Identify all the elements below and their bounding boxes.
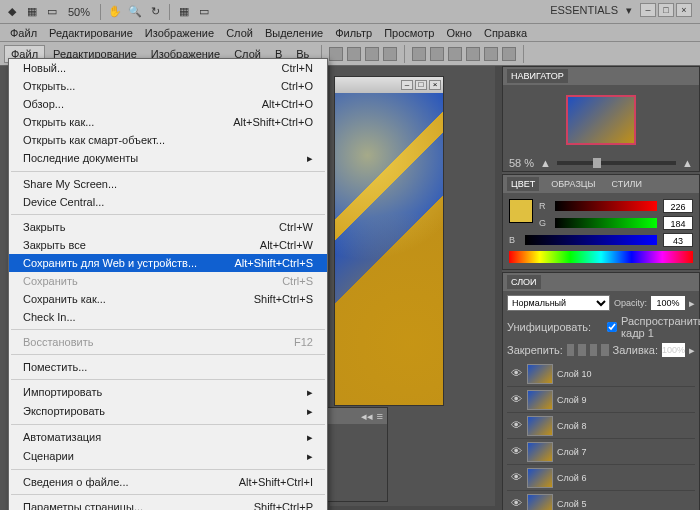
menu-item[interactable]: Сведения о файле...Alt+Shift+Ctrl+I xyxy=(9,473,327,491)
visibility-icon[interactable]: 👁 xyxy=(509,471,523,485)
lock-transparency-icon[interactable] xyxy=(567,344,574,356)
visibility-icon[interactable]: 👁 xyxy=(509,367,523,381)
menu-item[interactable]: Открыть как смарт-объект... xyxy=(9,131,327,149)
chevron-right-icon[interactable]: ▸ xyxy=(689,344,695,357)
document-window[interactable]: – □ × xyxy=(334,76,444,406)
g-slider[interactable] xyxy=(555,218,657,228)
layer-row[interactable]: 👁Слой 5 xyxy=(507,491,695,510)
zoom-in-icon[interactable]: ▲ xyxy=(682,157,693,169)
fill-value[interactable]: 100% xyxy=(662,343,685,357)
menu-item[interactable]: Закрыть всеAlt+Ctrl+W xyxy=(9,236,327,254)
menu-item[interactable]: Share My Screen... xyxy=(9,175,327,193)
menubar: ФайлРедактированиеИзображениеСлойВыделен… xyxy=(0,24,700,42)
b-value[interactable]: 43 xyxy=(663,233,693,247)
layer-thumbnail[interactable] xyxy=(527,416,553,436)
visibility-icon[interactable]: 👁 xyxy=(509,497,523,511)
tab-navigator[interactable]: НАВИГАТОР xyxy=(507,69,568,83)
chevron-right-icon[interactable]: ▸ xyxy=(689,297,695,310)
menu-item[interactable]: Открыть как...Alt+Shift+Ctrl+O xyxy=(9,113,327,131)
layer-thumbnail[interactable] xyxy=(527,364,553,384)
screen-icon[interactable]: ▭ xyxy=(196,4,212,20)
micro-icon[interactable] xyxy=(329,47,343,61)
visibility-icon[interactable]: 👁 xyxy=(509,445,523,459)
propagate-checkbox[interactable] xyxy=(607,322,617,332)
zoom-out-icon[interactable]: ▲ xyxy=(540,157,551,169)
zoom-slider[interactable] xyxy=(557,161,676,165)
hand-icon[interactable]: ✋ xyxy=(107,4,123,20)
r-value[interactable]: 226 xyxy=(663,199,693,213)
color-panel: ЦВЕТ ОБРАЗЦЫ СТИЛИ R226 G184 B43 xyxy=(502,174,700,270)
menu-просмотр[interactable]: Просмотр xyxy=(378,25,440,41)
menu-item[interactable]: Поместить... xyxy=(9,358,327,376)
panel-close-icon[interactable]: ≡ xyxy=(377,410,383,422)
screen-mode-icon[interactable]: ▭ xyxy=(44,4,60,20)
layer-thumbnail[interactable] xyxy=(527,494,553,511)
menu-item[interactable]: Открыть...Ctrl+O xyxy=(9,77,327,95)
visibility-icon[interactable]: 👁 xyxy=(509,419,523,433)
bridge-icon[interactable]: ▦ xyxy=(24,4,40,20)
menu-item[interactable]: Сценарии▸ xyxy=(9,447,327,466)
navigator-thumbnail[interactable] xyxy=(566,95,636,145)
foreground-swatch[interactable] xyxy=(509,199,533,223)
menu-item[interactable]: Сохранить как...Shift+Ctrl+S xyxy=(9,290,327,308)
lock-pixels-icon[interactable] xyxy=(578,344,585,356)
menu-item[interactable]: Автоматизация▸ xyxy=(9,428,327,447)
menu-item[interactable]: Обзор...Alt+Ctrl+O xyxy=(9,95,327,113)
menu-item[interactable]: Сохранить для Web и устройств...Alt+Shif… xyxy=(9,254,327,272)
layer-thumbnail[interactable] xyxy=(527,442,553,462)
menu-выделение[interactable]: Выделение xyxy=(259,25,329,41)
menu-редактирование[interactable]: Редактирование xyxy=(43,25,139,41)
close-button[interactable]: × xyxy=(676,3,692,17)
workspace-label[interactable]: ESSENTIALS xyxy=(550,4,618,16)
layer-row[interactable]: 👁Слой 7 xyxy=(507,439,695,465)
tab-layers[interactable]: СЛОИ xyxy=(507,275,541,289)
menu-справка[interactable]: Справка xyxy=(478,25,533,41)
g-value[interactable]: 184 xyxy=(663,216,693,230)
panel-menu-icon[interactable]: ◂◂ xyxy=(361,410,373,423)
zoom-icon[interactable]: 🔍 xyxy=(127,4,143,20)
doc-maximize-button[interactable]: □ xyxy=(415,80,427,90)
menu-окно[interactable]: Окно xyxy=(440,25,478,41)
layer-row[interactable]: 👁Слой 10 xyxy=(507,361,695,387)
b-slider[interactable] xyxy=(525,235,657,245)
menu-изображение[interactable]: Изображение xyxy=(139,25,220,41)
opacity-value[interactable]: 100% xyxy=(651,296,685,310)
menu-слой[interactable]: Слой xyxy=(220,25,259,41)
doc-minimize-button[interactable]: – xyxy=(401,80,413,90)
menu-фильтр[interactable]: Фильтр xyxy=(329,25,378,41)
chevron-down-icon[interactable]: ▾ xyxy=(626,4,632,17)
layer-thumbnail[interactable] xyxy=(527,468,553,488)
menu-item: СохранитьCtrl+S xyxy=(9,272,327,290)
menu-item[interactable]: Новый...Ctrl+N xyxy=(9,59,327,77)
layer-row[interactable]: 👁Слой 8 xyxy=(507,413,695,439)
zoom-level[interactable]: 50% xyxy=(64,6,94,18)
spectrum-bar[interactable] xyxy=(509,251,693,263)
layer-row[interactable]: 👁Слой 9 xyxy=(507,387,695,413)
lock-all-icon[interactable] xyxy=(601,344,608,356)
menu-item[interactable]: Device Central... xyxy=(9,193,327,211)
menu-item[interactable]: Check In... xyxy=(9,308,327,326)
document-image[interactable] xyxy=(335,93,443,405)
opacity-label: Opacity: xyxy=(614,298,647,308)
visibility-icon[interactable]: 👁 xyxy=(509,393,523,407)
tab-styles[interactable]: СТИЛИ xyxy=(607,177,646,191)
lock-position-icon[interactable] xyxy=(590,344,597,356)
rotate-icon[interactable]: ↻ xyxy=(147,4,163,20)
minimize-button[interactable]: – xyxy=(640,3,656,17)
layer-thumbnail[interactable] xyxy=(527,390,553,410)
layer-row[interactable]: 👁Слой 6 xyxy=(507,465,695,491)
layer-list: 👁Слой 10👁Слой 9👁Слой 8👁Слой 7👁Слой 6👁Сло… xyxy=(507,361,695,510)
menu-item[interactable]: ЗакрытьCtrl+W xyxy=(9,218,327,236)
doc-close-button[interactable]: × xyxy=(429,80,441,90)
menu-item[interactable]: Параметры страницы...Shift+Ctrl+P xyxy=(9,498,327,510)
arrange-icon[interactable]: ▦ xyxy=(176,4,192,20)
r-slider[interactable] xyxy=(555,201,657,211)
blend-mode-select[interactable]: Нормальный xyxy=(507,295,610,311)
menu-файл[interactable]: Файл xyxy=(4,25,43,41)
tab-swatches[interactable]: ОБРАЗЦЫ xyxy=(547,177,599,191)
maximize-button[interactable]: □ xyxy=(658,3,674,17)
menu-item[interactable]: Экспортировать▸ xyxy=(9,402,327,421)
menu-item[interactable]: Импортировать▸ xyxy=(9,383,327,402)
tab-color[interactable]: ЦВЕТ xyxy=(507,177,539,191)
menu-item[interactable]: Последние документы▸ xyxy=(9,149,327,168)
